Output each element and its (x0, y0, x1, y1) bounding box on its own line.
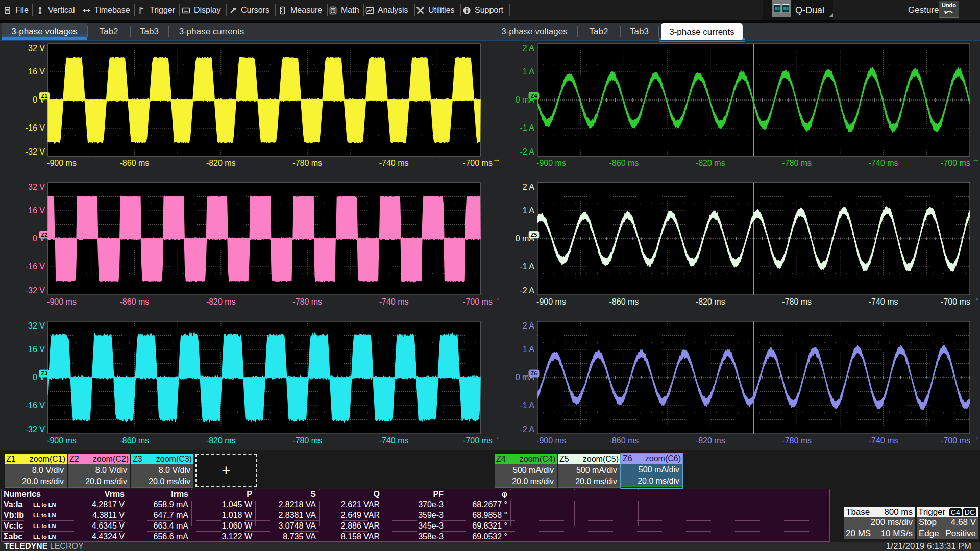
svg-text:-900 ms: -900 ms (47, 436, 77, 445)
svg-text:-820 ms: -820 ms (696, 159, 725, 167)
svg-text:-32 V: -32 V (26, 147, 45, 156)
svg-text:-700 ms: -700 ms (463, 297, 493, 306)
svg-text:-860 ms: -860 ms (120, 436, 150, 445)
svg-text:-740 ms: -740 ms (379, 297, 409, 306)
svg-text:-32 V: -32 V (26, 425, 45, 434)
svg-text:-780 ms: -780 ms (292, 159, 322, 167)
svg-text:32 V: 32 V (28, 44, 45, 53)
svg-text:-32 V: -32 V (26, 286, 45, 295)
svg-text:-700 ms: -700 ms (941, 436, 970, 445)
svg-text:→: → (972, 155, 979, 163)
svg-text:16 V: 16 V (28, 67, 45, 76)
svg-text:-900 ms: -900 ms (536, 297, 566, 306)
svg-text:-2 A: -2 A (520, 147, 535, 156)
svg-text:1 A: 1 A (523, 345, 534, 354)
svg-text:-820 ms: -820 ms (206, 297, 236, 306)
svg-text:-16 V: -16 V (26, 123, 45, 132)
svg-text:-900 ms: -900 ms (536, 159, 566, 167)
svg-text:Z6: Z6 (531, 370, 537, 377)
svg-text:-1 A: -1 A (520, 401, 535, 410)
svg-text:-700 ms: -700 ms (941, 297, 970, 306)
svg-text:-740 ms: -740 ms (869, 159, 898, 167)
svg-text:2 A: 2 A (523, 321, 534, 330)
svg-text:32 V: 32 V (28, 183, 45, 191)
svg-text:→: → (493, 293, 500, 302)
svg-text:-2 A: -2 A (520, 425, 535, 434)
svg-text:-780 ms: -780 ms (782, 436, 812, 445)
svg-text:2 A: 2 A (523, 44, 534, 53)
svg-text:→: → (493, 155, 500, 163)
svg-text:-740 ms: -740 ms (869, 297, 898, 306)
svg-text:16 V: 16 V (28, 206, 45, 215)
svg-text:-820 ms: -820 ms (696, 436, 725, 445)
svg-text:16 V: 16 V (28, 345, 45, 354)
svg-text:-860 ms: -860 ms (120, 297, 150, 306)
svg-text:-700 ms: -700 ms (941, 159, 970, 167)
svg-text:2 A: 2 A (523, 183, 534, 191)
svg-text:-16 V: -16 V (26, 262, 45, 271)
svg-text:-820 ms: -820 ms (206, 436, 236, 445)
svg-text:Z2: Z2 (41, 232, 48, 238)
svg-text:-900 ms: -900 ms (536, 436, 566, 445)
svg-text:-740 ms: -740 ms (379, 436, 409, 445)
svg-text:-780 ms: -780 ms (292, 297, 322, 306)
svg-text:-780 ms: -780 ms (292, 436, 322, 445)
svg-text:-900 ms: -900 ms (47, 159, 77, 167)
svg-text:-820 ms: -820 ms (206, 159, 236, 167)
svg-text:Z4: Z4 (531, 93, 538, 99)
svg-text:-1 A: -1 A (520, 262, 535, 271)
svg-text:-700 ms: -700 ms (463, 159, 493, 167)
svg-text:-860 ms: -860 ms (609, 159, 639, 167)
svg-text:Z3: Z3 (41, 370, 48, 377)
svg-text:1 A: 1 A (523, 67, 534, 76)
svg-text:-2 A: -2 A (520, 286, 535, 295)
svg-text:-860 ms: -860 ms (609, 297, 639, 306)
svg-text:-700 ms: -700 ms (463, 436, 493, 445)
svg-text:-780 ms: -780 ms (782, 297, 812, 306)
svg-text:-1 A: -1 A (520, 123, 535, 132)
svg-text:Z1: Z1 (41, 93, 48, 99)
svg-text:-860 ms: -860 ms (609, 436, 639, 445)
svg-text:→: → (972, 293, 979, 302)
svg-text:32 V: 32 V (28, 321, 45, 330)
svg-text:→: → (493, 432, 500, 441)
svg-text:-740 ms: -740 ms (379, 159, 409, 167)
svg-text:-780 ms: -780 ms (782, 159, 812, 167)
svg-text:1 A: 1 A (523, 206, 534, 215)
svg-text:-740 ms: -740 ms (869, 436, 898, 445)
svg-text:Z5: Z5 (531, 232, 537, 238)
svg-text:-16 V: -16 V (26, 401, 45, 410)
svg-text:-820 ms: -820 ms (696, 297, 725, 306)
svg-text:→: → (972, 432, 979, 441)
svg-text:-900 ms: -900 ms (47, 297, 77, 306)
svg-text:-860 ms: -860 ms (120, 159, 150, 167)
